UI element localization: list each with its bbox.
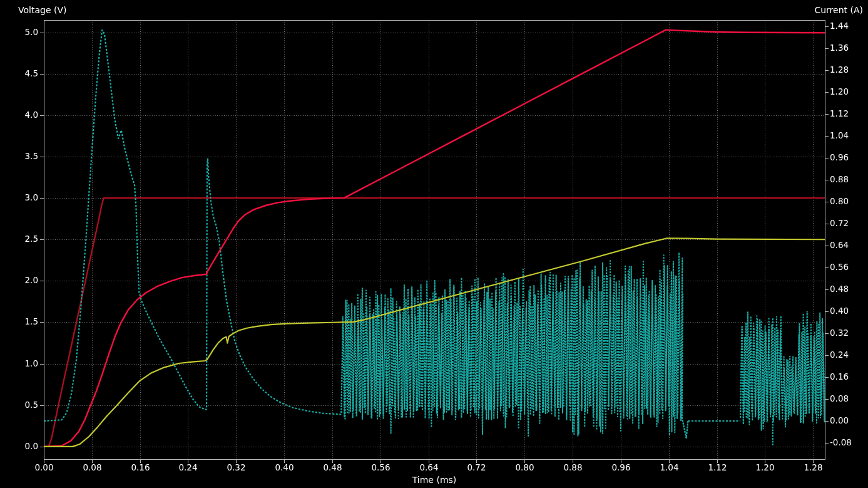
time-axis-title: Time (ms) [44, 474, 825, 485]
current-axis-title: Current (A) [814, 4, 863, 16]
voltage-axis-title: Voltage (V) [18, 4, 66, 16]
waveform-canvas [0, 0, 868, 488]
waveform-viewer-panel: Voltage (V) Current (A) Time (ms) [0, 0, 868, 488]
